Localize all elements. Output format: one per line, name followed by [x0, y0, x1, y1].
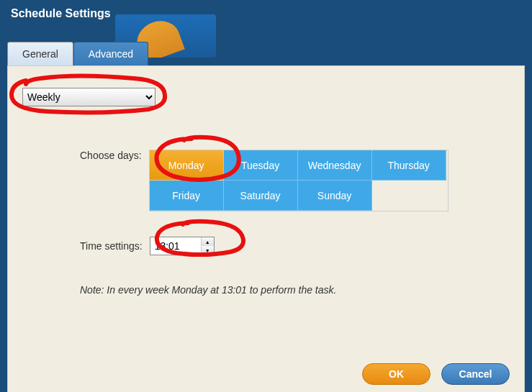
- time-spinner-down[interactable]: ▼: [202, 246, 214, 255]
- window-title: Schedule Settings: [0, 0, 532, 27]
- time-settings-row: Time settings: ▲ ▼: [80, 237, 510, 255]
- tab-bar: General Advanced: [7, 42, 532, 65]
- content-panel: Weekly Choose days: Monday Tuesday Wedne…: [7, 65, 525, 392]
- days-grid: Monday Tuesday Wednesday Thursday Friday…: [149, 150, 448, 211]
- day-saturday[interactable]: Saturday: [224, 181, 298, 211]
- time-input[interactable]: [150, 237, 201, 255]
- time-settings-label: Time settings:: [80, 240, 143, 252]
- button-bar: OK Cancel: [362, 363, 510, 385]
- tab-advanced[interactable]: Advanced: [73, 42, 148, 65]
- time-input-wrapper: ▲ ▼: [150, 237, 215, 255]
- day-monday[interactable]: Monday: [150, 150, 224, 181]
- choose-days-label: Choose days:: [80, 150, 142, 161]
- time-spinner-up[interactable]: ▲: [202, 237, 214, 246]
- day-friday[interactable]: Friday: [150, 181, 224, 211]
- day-wednesday[interactable]: Wednesday: [298, 150, 372, 181]
- note-text: Note: In every week Monday at 13:01 to p…: [80, 284, 510, 296]
- cancel-button[interactable]: Cancel: [441, 363, 510, 385]
- day-thursday[interactable]: Thursday: [372, 150, 446, 181]
- frequency-select[interactable]: Weekly: [22, 88, 155, 106]
- choose-days-row: Choose days: Monday Tuesday Wednesday Th…: [80, 150, 510, 211]
- day-sunday[interactable]: Sunday: [298, 181, 372, 211]
- tab-general[interactable]: General: [7, 42, 73, 65]
- time-spinner: ▲ ▼: [201, 237, 214, 255]
- day-tuesday[interactable]: Tuesday: [224, 150, 298, 181]
- ok-button[interactable]: OK: [362, 363, 430, 385]
